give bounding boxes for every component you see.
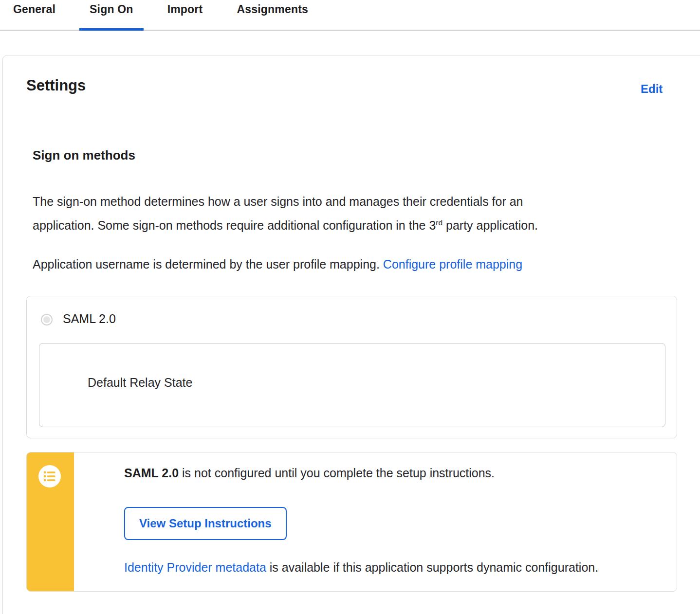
- sign-on-settings-page: General Sign On Import Assignments Setti…: [0, 0, 700, 614]
- page-title: Settings: [26, 77, 86, 94]
- callout-message: SAML 2.0 is not configured until you com…: [124, 466, 495, 480]
- identity-provider-metadata-link[interactable]: Identity Provider metadata: [124, 560, 266, 574]
- configure-profile-mapping-link[interactable]: Configure profile mapping: [383, 257, 522, 271]
- saml-option-box: SAML 2.0 Default Relay State: [26, 296, 677, 438]
- default-relay-state-label: Default Relay State: [88, 376, 192, 390]
- tab-general[interactable]: General: [3, 0, 66, 30]
- sign-on-methods-heading: Sign on methods: [33, 148, 135, 163]
- tab-sign-on[interactable]: Sign On: [79, 0, 144, 30]
- saml-radio-button[interactable]: [41, 314, 53, 325]
- saml-radio-label: SAML 2.0: [63, 312, 116, 326]
- settings-card: Settings Edit Sign on methods The sign-o…: [2, 55, 700, 614]
- setup-warning-callout: SAML 2.0 is not configured until you com…: [26, 452, 677, 592]
- sign-on-methods-description: The sign-on method determines how a user…: [33, 190, 651, 237]
- description-line-2: application. Some sign-on methods requir…: [33, 214, 651, 237]
- app-tab-bar: General Sign On Import Assignments: [0, 0, 700, 31]
- tab-assignments[interactable]: Assignments: [226, 0, 318, 30]
- application-username-note: Application username is determined by th…: [33, 253, 651, 276]
- list-icon: [38, 465, 61, 488]
- identity-provider-metadata-note: Identity Provider metadata is available …: [124, 560, 677, 575]
- callout-body: SAML 2.0 is not configured until you com…: [98, 452, 677, 591]
- callout-accent-bar: [27, 452, 74, 591]
- default-relay-state-box: Default Relay State: [39, 343, 665, 427]
- description-line-1: The sign-on method determines how a user…: [33, 190, 651, 214]
- edit-button[interactable]: Edit: [641, 82, 663, 96]
- tab-import[interactable]: Import: [157, 0, 213, 30]
- view-setup-instructions-button[interactable]: View Setup Instructions: [124, 507, 287, 540]
- callout-message-bold: SAML 2.0: [124, 466, 179, 480]
- ordinal-superscript: rd: [436, 218, 442, 227]
